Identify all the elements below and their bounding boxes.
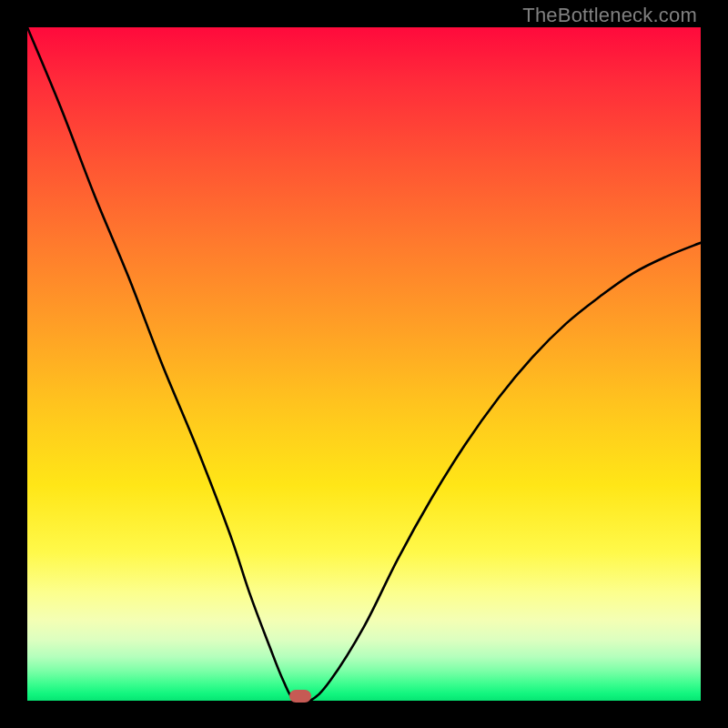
optimal-point-marker: [289, 690, 311, 703]
chart-frame: TheBottleneck.com: [0, 0, 728, 728]
watermark-text: TheBottleneck.com: [522, 4, 697, 27]
bottleneck-curve: [27, 27, 701, 701]
plot-area: [27, 27, 701, 701]
